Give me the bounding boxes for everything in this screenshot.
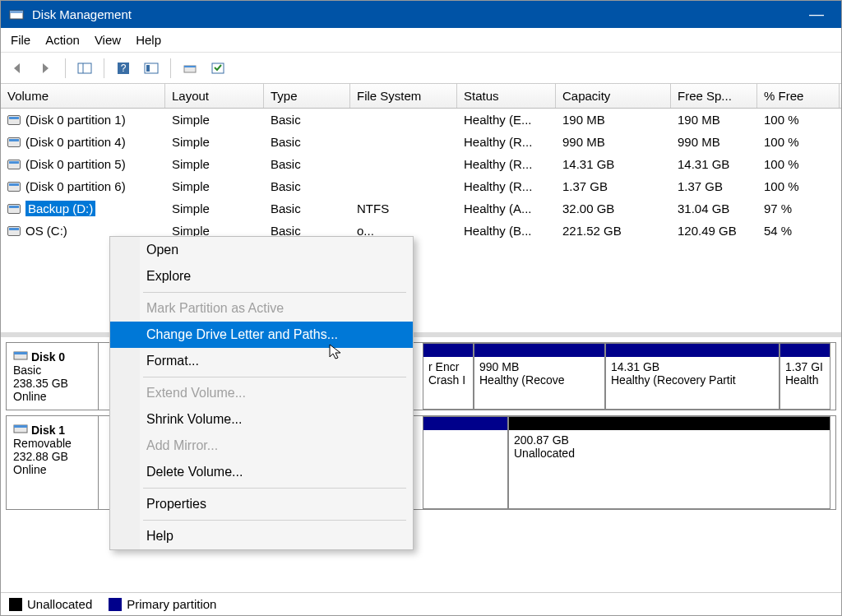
ctx-help[interactable]: Help: [110, 523, 413, 549]
partition-block[interactable]: 990 MBHealthy (Recove: [474, 343, 605, 410]
partition-status: Healthy (Recove: [479, 373, 599, 387]
volume-row[interactable]: (Disk 0 partition 1)SimpleBasicHealthy (…: [1, 109, 841, 131]
volume-row[interactable]: Backup (D:)SimpleBasicNTFSHealthy (A...3…: [1, 197, 841, 220]
svg-rect-12: [14, 352, 27, 354]
disk-state: Online: [13, 463, 46, 476]
partition-size: 200.87 GB: [514, 433, 825, 447]
volume-pct: 54 %: [757, 222, 840, 239]
partition-status: Unallocated: [514, 447, 825, 460]
disk-state: Online: [13, 390, 46, 403]
menu-help[interactable]: Help: [136, 33, 161, 47]
disk-name: Disk 1: [31, 424, 65, 437]
volume-type: Basic: [264, 111, 350, 128]
menubar: File Action View Help: [1, 28, 841, 53]
forward-button[interactable]: [35, 58, 57, 79]
window-titlebar: Disk Management —: [1, 1, 841, 28]
menu-view[interactable]: View: [95, 33, 121, 47]
refresh-button[interactable]: [179, 58, 201, 79]
col-capacity[interactable]: Capacity: [556, 84, 671, 108]
volume-layout: Simple: [165, 178, 264, 195]
volume-fs: NTFS: [350, 200, 457, 217]
col-filesystem[interactable]: File System: [350, 84, 457, 108]
volume-row[interactable]: (Disk 0 partition 4)SimpleBasicHealthy (…: [1, 131, 841, 153]
menu-action[interactable]: Action: [45, 33, 80, 47]
ctx-explore[interactable]: Explore: [110, 263, 413, 289]
volume-capacity: 990 MB: [556, 133, 671, 151]
col-volume[interactable]: Volume: [1, 84, 165, 108]
drive-icon: [7, 182, 21, 192]
partition-stripe: [509, 417, 830, 430]
volume-type: Basic: [264, 178, 350, 195]
legend-primary: Primary partition: [127, 597, 216, 611]
partition-stripe: [780, 344, 830, 357]
ctx-mark-active: Mark Partition as Active: [110, 295, 413, 322]
volume-free: 14.31 GB: [671, 155, 757, 173]
drive-icon: [7, 204, 21, 214]
partition-stripe: [423, 344, 473, 357]
volume-layout: Simple: [165, 133, 264, 151]
ctx-format[interactable]: Format...: [110, 348, 413, 374]
ctx-shrink-volume[interactable]: Shrink Volume...: [110, 406, 413, 433]
svg-text:?: ?: [121, 63, 127, 74]
partition-size: 990 MB: [479, 360, 599, 373]
partition-status: Crash I: [428, 373, 468, 387]
volume-name: (Disk 0 partition 4): [25, 135, 126, 149]
volume-layout: Simple: [165, 111, 264, 128]
volume-capacity: 221.52 GB: [556, 222, 671, 239]
col-layout[interactable]: Layout: [165, 84, 264, 108]
show-hide-console-tree-button[interactable]: [74, 58, 95, 79]
partition-block[interactable]: 200.87 GBUnallocated: [508, 416, 830, 509]
volume-free: 990 MB: [671, 133, 757, 151]
volume-row[interactable]: (Disk 0 partition 6)SimpleBasicHealthy (…: [1, 175, 841, 197]
volume-status: Healthy (R...: [457, 178, 556, 195]
disk-name: Disk 0: [31, 350, 65, 364]
volume-list-header: Volume Layout Type File System Status Ca…: [1, 84, 841, 109]
partition-block[interactable]: r EncrCrash I: [423, 343, 474, 410]
partition-stripe: [474, 344, 604, 357]
svg-rect-2: [78, 63, 91, 73]
ctx-properties[interactable]: Properties: [110, 491, 413, 517]
settings-button[interactable]: [141, 58, 162, 79]
volume-name: OS (C:): [25, 224, 67, 238]
legend: Unallocated Primary partition: [1, 592, 841, 615]
minimize-button[interactable]: —: [800, 6, 833, 23]
drive-icon: [7, 160, 21, 169]
volume-pct: 100 %: [757, 178, 840, 195]
disk-label[interactable]: Disk 1 Removable 232.88 GB Online: [7, 416, 99, 509]
volume-name: Backup (D:): [25, 201, 95, 216]
svg-rect-7: [146, 65, 150, 72]
disk-kind: Basic: [13, 364, 41, 377]
svg-rect-1: [10, 11, 23, 13]
drive-icon: [7, 226, 21, 236]
volume-pct: 100 %: [757, 111, 840, 128]
col-status[interactable]: Status: [457, 84, 556, 108]
properties-icon-button[interactable]: [207, 58, 229, 79]
volume-free: 1.37 GB: [671, 178, 757, 195]
volume-fs: [350, 155, 457, 173]
ctx-delete-volume[interactable]: Delete Volume...: [110, 459, 413, 485]
svg-rect-9: [184, 66, 196, 67]
volume-type: Basic: [264, 155, 350, 173]
partition-block[interactable]: 1.37 GIHealth: [780, 343, 830, 410]
col-type[interactable]: Type: [264, 84, 350, 108]
back-button[interactable]: [7, 58, 29, 79]
swatch-unallocated: [9, 598, 22, 611]
disk-label[interactable]: Disk 0 Basic 238.35 GB Online: [7, 343, 99, 410]
partition-block[interactable]: 14.31 GBHealthy (Recovery Partit: [605, 343, 780, 410]
partition-block[interactable]: [423, 416, 508, 509]
help-button[interactable]: ?: [113, 58, 134, 79]
ctx-open[interactable]: Open: [110, 237, 413, 263]
volume-pct: 100 %: [757, 155, 840, 173]
disk-kind: Removable: [13, 437, 72, 450]
col-free[interactable]: Free Sp...: [671, 84, 757, 108]
volume-row[interactable]: (Disk 0 partition 5)SimpleBasicHealthy (…: [1, 153, 841, 175]
ctx-add-mirror: Add Mirror...: [110, 433, 413, 459]
ctx-change-drive-letter[interactable]: Change Drive Letter and Paths...: [110, 322, 413, 348]
volume-fs: [350, 133, 457, 151]
menu-file[interactable]: File: [11, 33, 30, 47]
volume-status: Healthy (A...: [457, 200, 556, 217]
volume-status: Healthy (E...: [457, 111, 556, 128]
disk-size: 238.35 GB: [13, 377, 68, 390]
volume-capacity: 190 MB: [556, 111, 671, 128]
col-pct[interactable]: % Free: [757, 84, 840, 108]
